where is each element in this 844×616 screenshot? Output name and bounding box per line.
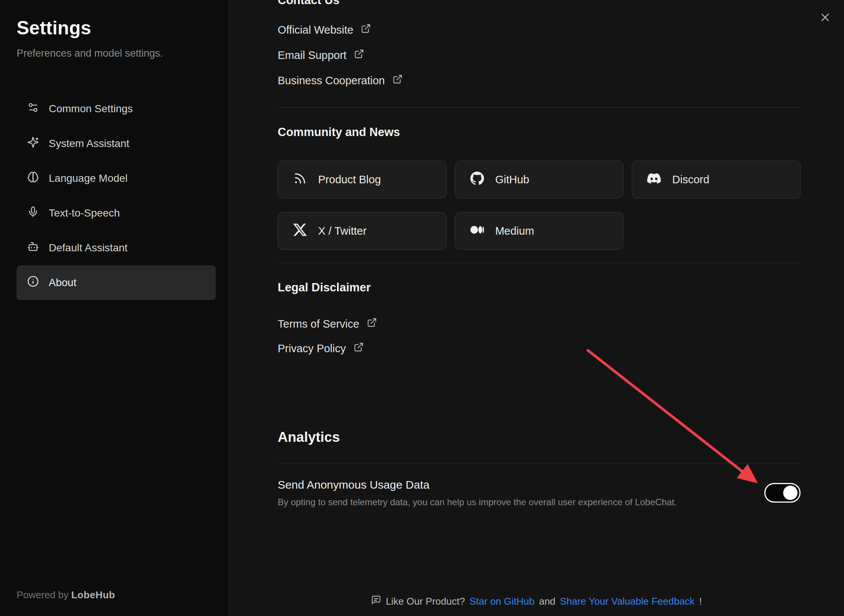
sidebar-item-label: Text-to-Speech	[49, 207, 120, 219]
section-divider	[278, 263, 801, 263]
toggle-knob	[783, 486, 798, 500]
telemetry-setting-label: Send Anonymous Usage Data	[278, 478, 677, 492]
share-feedback-link[interactable]: Share Your Valuable Feedback	[560, 596, 695, 607]
discord-icon	[647, 172, 661, 188]
mic-icon	[27, 206, 39, 220]
contact-us-title: Contact Us	[278, 0, 801, 8]
close-button[interactable]	[817, 10, 833, 26]
external-link-icon	[393, 74, 403, 87]
privacy-policy-link[interactable]: Privacy Policy	[278, 340, 801, 357]
button-label: Discord	[672, 173, 709, 186]
link-label: Business Cooperation	[278, 74, 385, 87]
telemetry-setting-text: Send Anonymous Usage Data By opting to s…	[278, 478, 677, 508]
contact-links: Official Website Email Support Business …	[278, 21, 801, 89]
sparkles-icon	[27, 136, 39, 151]
link-label: Official Website	[278, 24, 353, 36]
external-link-icon	[361, 23, 371, 36]
link-label: Email Support	[278, 49, 346, 62]
sidebar-item-label: About	[49, 277, 76, 289]
footer-conjunction: and	[539, 596, 555, 607]
community-buttons: Product Blog GitHub Discord X / Twitter …	[278, 161, 801, 250]
external-link-icon	[367, 317, 377, 330]
sidebar-item-about[interactable]: About	[17, 265, 216, 300]
email-support-link[interactable]: Email Support	[278, 46, 801, 64]
discord-button[interactable]: Discord	[632, 161, 801, 198]
message-square-icon	[371, 595, 381, 608]
product-blog-button[interactable]: Product Blog	[278, 161, 447, 198]
about-settings-panel: Contact Us Official Website Email Suppor…	[229, 0, 844, 616]
x-twitter-button[interactable]: X / Twitter	[278, 212, 447, 250]
info-icon	[27, 275, 39, 290]
button-label: Medium	[495, 225, 534, 237]
button-label: Product Blog	[318, 173, 381, 186]
analytics-title: Analytics	[278, 428, 801, 446]
sliders-icon	[27, 102, 39, 116]
sidebar-item-language-model[interactable]: Language Model	[17, 161, 216, 196]
settings-sidebar: Settings Preferences and model settings.…	[0, 0, 229, 616]
footer-suffix: !	[699, 596, 702, 607]
sidebar-item-system-assistant[interactable]: System Assistant	[17, 126, 216, 161]
sidebar-item-text-to-speech[interactable]: Text-to-Speech	[17, 196, 216, 231]
telemetry-toggle[interactable]	[764, 483, 801, 503]
github-icon	[470, 172, 484, 188]
official-website-link[interactable]: Official Website	[278, 21, 801, 39]
external-link-icon	[354, 49, 364, 62]
x-twitter-icon	[293, 223, 307, 239]
sidebar-item-default-assistant[interactable]: Default Assistant	[17, 231, 216, 265]
terms-of-service-link[interactable]: Terms of Service	[278, 315, 801, 333]
section-divider	[278, 107, 801, 108]
button-label: X / Twitter	[318, 225, 366, 237]
sidebar-item-label: Default Assistant	[49, 242, 128, 254]
brain-icon	[27, 171, 39, 186]
feedback-footer: Like Our Product? Star on GitHub and Sha…	[229, 595, 844, 608]
rss-icon	[293, 172, 307, 188]
link-label: Privacy Policy	[278, 342, 346, 355]
page-subtitle: Preferences and model settings.	[17, 47, 216, 60]
close-icon	[819, 11, 832, 25]
telemetry-setting-row: Send Anonymous Usage Data By opting to s…	[278, 478, 801, 508]
external-link-icon	[354, 342, 364, 355]
footer-prefix: Like Our Product?	[386, 596, 465, 607]
sidebar-item-label: Language Model	[49, 172, 128, 184]
star-on-github-link[interactable]: Star on GitHub	[470, 596, 535, 607]
sidebar-item-label: Common Settings	[49, 103, 133, 115]
link-label: Terms of Service	[278, 318, 359, 330]
section-divider	[278, 463, 801, 463]
legal-title: Legal Disclaimer	[278, 280, 801, 296]
sidebar-item-common-settings[interactable]: Common Settings	[17, 91, 216, 126]
lobehub-brand: LobeHub	[71, 589, 115, 601]
powered-by-prefix: Powered by	[17, 589, 68, 601]
settings-nav: Common Settings System Assistant Languag…	[17, 91, 216, 300]
business-cooperation-link[interactable]: Business Cooperation	[278, 72, 801, 89]
telemetry-setting-description: By opting to send telemetry data, you ca…	[278, 497, 677, 508]
community-title: Community and News	[278, 124, 801, 140]
medium-icon	[470, 223, 484, 239]
page-title: Settings	[17, 17, 216, 39]
button-label: GitHub	[495, 173, 529, 186]
powered-by: Powered by LobeHub	[17, 589, 216, 601]
bot-icon	[27, 241, 39, 255]
legal-links: Terms of Service Privacy Policy	[278, 315, 801, 357]
github-button[interactable]: GitHub	[455, 161, 624, 198]
medium-button[interactable]: Medium	[455, 212, 624, 250]
sidebar-item-label: System Assistant	[49, 138, 129, 150]
